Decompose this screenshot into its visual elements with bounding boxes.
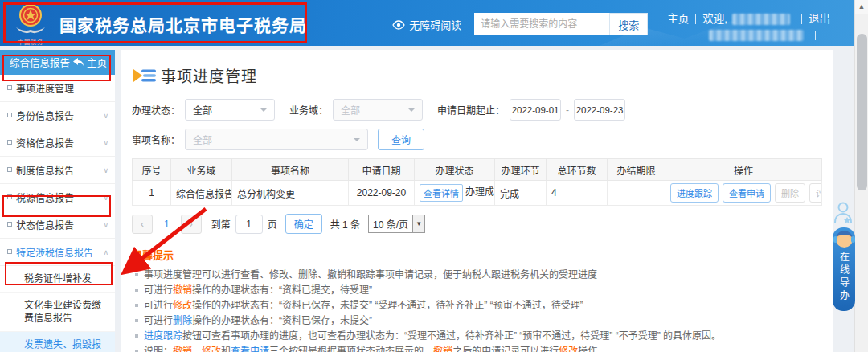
sidebar-category-title: 综合信息报告 [10,55,70,70]
site-title: 国家税务总局北京市电子税务局 [59,12,307,36]
tips-title: 温馨提示 [132,247,822,262]
next-page-button[interactable]: › [181,215,202,234]
tip-item: 进度跟踪按钮可查看事项办理的进度，也可查看办理状态为：“受理不通过，待补齐补正”… [132,330,822,342]
scrollbar-up-arrow[interactable]: ▲ [855,0,868,14]
online-guide-label: 在线导办 [837,252,851,303]
scrollbar-thumb[interactable] [857,34,867,190]
cell-status: 查看详情办理成功... [415,181,495,206]
page-scrollbar[interactable]: ▲ [854,0,868,352]
view-detail-button[interactable]: 查看详情 [420,184,463,202]
accessibility-label: 无障碍阅读 [409,17,461,32]
chevron-down-icon: ∨ [103,194,108,202]
page-title: 事项进度管理 [161,64,257,86]
search-button[interactable]: 搜索 [609,13,648,35]
query-button[interactable]: 查询 [378,129,424,150]
tips-section: 温馨提示 事项进度管理可以进行查看、修改、删除、撤销和跟踪事项申请记录，便于纳税… [132,247,822,352]
chevron-up-icon: ∧ [103,248,108,256]
tips-list: 事项进度管理可以进行查看、修改、删除、撤销和跟踪事项申请记录，便于纳税人跟进税务… [132,269,822,352]
cell-actions: 进度跟踪查看申请删除评价 [665,181,822,206]
status-text: 办理成功... [465,186,495,198]
sidebar-item-zhidu-xinxi[interactable]: 制度信息报告∨ [0,157,115,184]
status-select[interactable]: 全部 [185,99,275,121]
logout-link[interactable]: 退出 [809,11,830,27]
welcome-label: 欢迎, [702,11,727,27]
logo-caption: 中国税务 [11,39,50,45]
online-guide-widget[interactable]: 在线导办 [833,227,855,311]
prev-page-button[interactable]: ‹ [132,215,153,234]
redacted-username [732,14,790,25]
cell-domain: 综合信息报告 [171,181,232,206]
total-count-label: 共 1 条 [330,217,360,231]
sidebar-subitem-fapiao-yishi[interactable]: 发票遗失、损毁报告 [0,332,115,352]
domain-filter-label: 业务域： [289,103,328,117]
assistant-avatar [836,231,853,248]
sidebar-subitem-wenhua-shiye[interactable]: 文化事业建设费缴费信息报告 [0,293,115,332]
sidebar-home-link[interactable]: 主页 [73,55,107,70]
page-unit-label: 页 [268,217,277,231]
item-name-filter-label: 事项名称： [132,133,180,146]
col-deadline: 办结期限 [608,159,665,181]
search-input[interactable] [474,13,609,35]
chevron-down-icon: ∨ [103,221,108,229]
cell-apply-date: 2022-09-20 [349,181,415,206]
tax-bureau-logo: 中国税务 [11,3,50,45]
table-row: 1 综合信息报告 总分机构变更 2022-09-20 查看详情办理成功... 完… [133,181,822,206]
tip-item: 可进行修改操作的办理状态有：“资料已保存，未提交” “受理不通过，待补齐补正” … [132,300,822,311]
page-number[interactable]: 1 [164,219,170,230]
col-step: 办理环节 [495,159,547,181]
cell-seq: 1 [133,181,171,206]
date-from-input[interactable]: 2022-09-01 [510,99,561,121]
table-header-row: 序号 业务域 事项名称 申请日期 办理状态 办理环节 总环节数 办结期限 操作 [133,159,822,181]
col-apply-date: 申请日期 [349,159,415,181]
col-seq: 序号 [133,159,171,181]
tip-item: 事项进度管理可以进行查看、修改、删除、撤销和跟踪事项申请记录，便于纳税人跟进税务… [132,269,822,280]
nav-separator [801,14,802,24]
goto-label: 到第 [211,217,231,231]
page-title-icon [132,66,158,85]
tip-item: 可进行撤销操作的办理状态有：“资料已提交，待受理” [132,284,822,296]
pagination: ‹ 1 › 到第 1 页 确定 共 1 条 10 条/页 ▼ [132,214,822,234]
domain-select[interactable]: 全部 [333,99,423,121]
goto-page-input[interactable]: 1 [235,215,263,234]
progress-track-button[interactable]: 进度跟踪 [670,183,719,203]
bullet-icon [135,319,138,322]
bullet-icon [135,273,138,276]
date-range-label: 申请日期起止： [437,103,505,117]
user-assist-icon[interactable] [833,201,854,227]
col-domain: 业务域 [171,159,232,181]
sidebar-item-shenfen-xinxi[interactable]: 身份信息报告∨ [0,102,115,129]
sidebar-item-shixiang-jindu[interactable]: 事项进度管理 [0,75,115,102]
sidebar-item-teding-sheshui[interactable]: 特定涉税信息报告∧ [0,239,115,266]
rate-button: 评价 [809,183,822,203]
select-arrow-icon: ▼ [412,215,424,232]
col-item-name: 事项名称 [232,159,349,181]
sidebar-item-zhuangtai-xinxi[interactable]: 状态信息报告∨ [0,211,115,239]
eye-icon [392,20,405,30]
sidebar-item-shuiyuan-xinxi[interactable]: 税源信息报告∨ [0,184,115,211]
chevron-down-icon: ∨ [103,112,108,120]
chevron-down-icon: ∨ [103,166,108,174]
sidebar-subitem-shuiwu-zhengjian[interactable]: 税务证件增补发 [0,266,115,293]
date-to-input[interactable]: 2022-09-23 [574,99,625,121]
col-total-steps: 总环节数 [547,159,608,181]
confirm-page-button[interactable]: 确定 [285,214,322,234]
col-status: 办理状态 [415,159,495,181]
bullet-icon [135,334,138,338]
chevron-down-icon: ∨ [103,139,108,147]
accessibility-link[interactable]: 无障碍阅读 [392,17,461,32]
bullet-icon [135,289,138,292]
tip-item: 可进行删除操作的办理状态有：“资料已保存，未提交” [132,315,822,326]
date-separator: - [566,104,569,116]
sidebar: 综合信息报告 主页 事项进度管理 身份信息报告∨ 资格信息报告∨ 制度信息报告∨… [0,50,115,352]
nav-home-link[interactable]: 主页 [667,11,689,27]
item-name-select[interactable]: 全部 [185,129,368,150]
delete-button: 删除 [775,183,805,203]
back-arrow-icon [73,58,84,67]
view-application-button[interactable]: 查看申请 [723,183,771,203]
tip-item: 说明：撤销、修改和查看申请三个按钮是根据事项状态动态展示的，撤销之后的申请记录可… [132,346,822,352]
cell-step: 完成 [495,181,547,206]
bullet-icon [135,304,138,307]
page-size-select[interactable]: 10 条/页 ▼ [368,215,425,233]
sidebar-item-zige-xinxi[interactable]: 资格信息报告∨ [0,129,115,157]
app-header: 中国税务 国家税务总局北京市电子税务局 无障碍阅读 搜索 主页 欢迎, 退出 [0,0,854,46]
